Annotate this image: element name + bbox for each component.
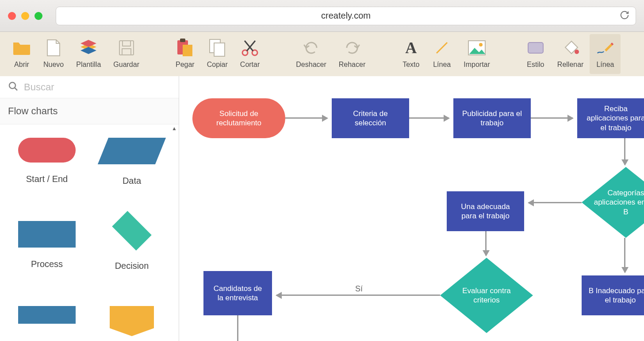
folder-icon xyxy=(12,39,31,57)
svg-line-10 xyxy=(437,43,447,53)
arrow-4[interactable] xyxy=(624,138,625,165)
paste-button[interactable]: Pegar xyxy=(169,34,201,74)
node-inadecuado[interactable]: B Inadecuado para el trabajo xyxy=(582,275,644,315)
canvas[interactable]: Solicitud de reclutamiento Criteria de s… xyxy=(179,76,644,341)
new-file-icon xyxy=(44,39,63,57)
node-criteria[interactable]: Criteria de selección xyxy=(332,98,409,138)
template-button[interactable]: Plantilla xyxy=(70,34,107,74)
search-row xyxy=(0,76,179,98)
arrow-2[interactable] xyxy=(409,117,449,119)
cut-button[interactable]: Cortar xyxy=(234,34,266,74)
new-button[interactable]: Nuevo xyxy=(37,34,70,74)
browser-chrome: creately.com xyxy=(0,0,644,32)
clipboard-icon xyxy=(176,39,194,57)
shape-sidebar: Flow charts ▲ Start / End Data Process D… xyxy=(0,76,179,341)
image-icon xyxy=(468,39,486,57)
main-area: Flow charts ▲ Start / End Data Process D… xyxy=(0,76,644,341)
open-button[interactable]: Abrir xyxy=(6,34,37,74)
rect-shape-icon xyxy=(18,306,76,324)
node-evaluar-label: Evaluar contra criterios xyxy=(449,275,524,315)
shape-offpage[interactable] xyxy=(94,306,170,341)
data-shape-icon xyxy=(98,138,166,164)
node-categorias-label: Categorías aplicaciones en A y B xyxy=(586,180,644,225)
text-icon: A xyxy=(402,39,420,57)
line-tool-button[interactable]: Línea xyxy=(426,34,457,74)
svg-rect-1 xyxy=(123,41,130,46)
redo-button[interactable]: Rehacer xyxy=(333,34,372,74)
maximize-window-button[interactable] xyxy=(34,12,42,20)
search-icon[interactable] xyxy=(8,81,19,93)
arrow-5[interactable] xyxy=(529,202,582,203)
layers-icon xyxy=(79,39,98,57)
process-shape-icon xyxy=(18,221,76,248)
style-icon xyxy=(526,39,545,57)
edge-label-si: Sí xyxy=(355,284,363,294)
svg-rect-7 xyxy=(214,43,225,56)
copy-button[interactable]: Copiar xyxy=(201,34,234,74)
copy-icon xyxy=(208,39,226,57)
redo-icon xyxy=(343,39,361,57)
svg-rect-4 xyxy=(180,39,185,42)
svg-point-12 xyxy=(479,43,483,46)
scroll-up-icon[interactable]: ▲ xyxy=(170,124,179,132)
save-button[interactable]: Guardar xyxy=(107,34,146,74)
undo-icon xyxy=(302,39,321,57)
svg-rect-0 xyxy=(119,41,134,55)
svg-point-15 xyxy=(9,82,15,89)
reload-icon[interactable] xyxy=(620,10,629,22)
svg-rect-13 xyxy=(528,43,543,53)
arrow-3[interactable] xyxy=(531,117,573,119)
shape-extra1[interactable] xyxy=(9,306,85,341)
linestyle-button[interactable]: Línea xyxy=(590,34,621,74)
svg-line-16 xyxy=(15,88,17,90)
line-icon xyxy=(433,39,451,57)
arrow-1[interactable] xyxy=(285,117,327,119)
category-header[interactable]: Flow charts xyxy=(0,98,179,124)
svg-point-14 xyxy=(575,50,579,54)
startend-shape-icon xyxy=(18,138,76,163)
arrow-6[interactable] xyxy=(624,238,625,272)
arrow-9[interactable] xyxy=(237,315,238,341)
svg-rect-2 xyxy=(122,49,131,55)
pencil-line-icon xyxy=(596,39,614,57)
scissors-icon xyxy=(241,39,259,57)
url-text: creately.com xyxy=(321,11,371,21)
node-reciba[interactable]: Reciba aplicaciones para el trabajo xyxy=(577,98,644,138)
node-publicidad[interactable]: Publicidad para el trabajo xyxy=(453,98,531,138)
undo-button[interactable]: Deshacer xyxy=(290,34,332,74)
window-controls xyxy=(8,12,42,20)
minimize-window-button[interactable] xyxy=(21,12,29,20)
bucket-icon xyxy=(561,39,580,57)
arrow-8[interactable] xyxy=(276,294,440,296)
shape-startend[interactable]: Start / End xyxy=(9,138,85,199)
node-start[interactable]: Solicitud de reclutamiento xyxy=(192,98,285,138)
node-candidatos[interactable]: Candidatos de la entrevista xyxy=(203,271,272,315)
style-button[interactable]: Estilo xyxy=(520,34,551,74)
text-button[interactable]: A Texto xyxy=(395,34,426,74)
fill-button[interactable]: Rellenar xyxy=(551,34,590,74)
shape-decision[interactable]: Decision xyxy=(94,221,170,284)
shape-grid: ▲ Start / End Data Process Decision xyxy=(0,124,179,341)
node-adecuada[interactable]: Una adecuada para el trabajo xyxy=(447,191,524,231)
decision-shape-icon xyxy=(112,211,151,250)
save-icon xyxy=(117,39,136,57)
search-input[interactable] xyxy=(24,81,171,93)
url-bar[interactable]: creately.com xyxy=(56,7,636,25)
shape-process[interactable]: Process xyxy=(9,221,85,284)
offpage-shape-icon xyxy=(110,306,154,328)
svg-rect-5 xyxy=(183,45,192,56)
close-window-button[interactable] xyxy=(8,12,16,20)
shape-data[interactable]: Data xyxy=(94,138,170,199)
arrow-7[interactable] xyxy=(485,231,487,256)
import-button[interactable]: Importar xyxy=(457,34,496,74)
toolbar: Abrir Nuevo Plantilla Guardar Pegar Copi… xyxy=(0,32,644,76)
